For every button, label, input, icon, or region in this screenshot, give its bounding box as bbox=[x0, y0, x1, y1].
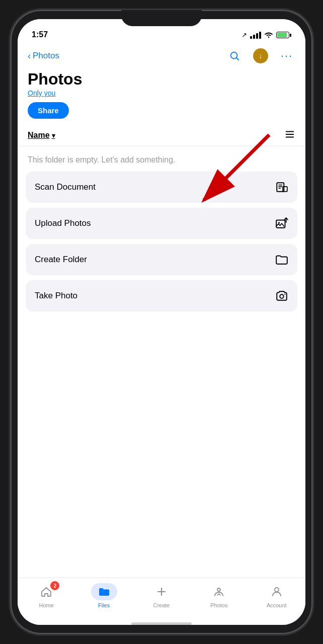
search-button[interactable] bbox=[226, 47, 243, 64]
home-tab-label: Home bbox=[39, 602, 54, 608]
location-icon: ↗ bbox=[241, 31, 247, 39]
battery-icon bbox=[276, 32, 291, 38]
svg-rect-10 bbox=[276, 220, 285, 228]
photos-tab-label: Photos bbox=[210, 602, 227, 608]
files-tab-icon-wrap bbox=[91, 583, 117, 600]
upload-photos-item[interactable]: Upload Photos bbox=[26, 208, 297, 239]
tab-create[interactable]: Create bbox=[146, 583, 177, 608]
folder-fill-icon bbox=[98, 586, 110, 598]
photos-tab-icon-wrap bbox=[206, 583, 232, 600]
scan-document-item[interactable]: Scan Document bbox=[26, 172, 297, 203]
sort-chevron-icon: ▾ bbox=[52, 132, 55, 139]
empty-message: This folder is empty. Let's add somethin… bbox=[18, 146, 305, 172]
svg-point-20 bbox=[275, 588, 279, 592]
sort-label-text: Name bbox=[28, 131, 50, 140]
wifi-icon bbox=[264, 31, 273, 39]
create-folder-label: Create Folder bbox=[35, 255, 87, 265]
home-indicator bbox=[18, 622, 305, 625]
folder-icon bbox=[275, 253, 288, 266]
svg-point-14 bbox=[284, 294, 285, 295]
account-tab-label: Account bbox=[267, 602, 287, 608]
sort-button[interactable]: Name ▾ bbox=[28, 131, 55, 140]
account-tab-icon-wrap bbox=[264, 583, 290, 600]
tab-bar: 2 Home Files bbox=[18, 578, 305, 622]
svg-line-1 bbox=[236, 58, 238, 60]
take-photo-item[interactable]: Take Photo bbox=[26, 280, 297, 311]
signal-bars-icon bbox=[250, 32, 261, 39]
camera-icon bbox=[275, 289, 288, 302]
notch bbox=[121, 10, 202, 26]
page-title: Photos bbox=[28, 70, 295, 88]
tab-account[interactable]: Account bbox=[262, 583, 292, 608]
back-label: Photos bbox=[33, 51, 59, 61]
create-tab-label: Create bbox=[153, 602, 170, 608]
list-view-icon bbox=[284, 129, 295, 140]
back-button[interactable]: ‹ Photos bbox=[28, 51, 59, 61]
search-icon bbox=[229, 50, 240, 61]
sort-bar: Name ▾ bbox=[18, 124, 305, 146]
svg-point-19 bbox=[217, 588, 220, 591]
more-button[interactable]: ··· bbox=[278, 47, 295, 64]
svg-point-13 bbox=[280, 294, 284, 298]
status-time: 1:57 bbox=[32, 30, 48, 40]
content-spacer bbox=[18, 311, 305, 412]
back-chevron-icon: ‹ bbox=[28, 51, 31, 61]
action-list: Scan Document Upload Photos bbox=[18, 172, 305, 311]
phone-screen: 1:57 ↗ bbox=[18, 19, 305, 625]
list-view-button[interactable] bbox=[284, 129, 295, 142]
more-dots-icon: ··· bbox=[281, 50, 293, 61]
scan-document-label: Scan Document bbox=[35, 182, 96, 192]
download-icon: ↓ bbox=[259, 52, 263, 60]
files-tab-label: Files bbox=[98, 602, 110, 608]
nav-bar: ‹ Photos ↓ bbox=[18, 43, 305, 68]
photos-tab-icon bbox=[213, 586, 225, 598]
phone-shell: 1:57 ↗ bbox=[11, 10, 312, 634]
take-photo-label: Take Photo bbox=[35, 291, 77, 301]
person-icon bbox=[271, 586, 283, 598]
nav-actions: ↓ ··· bbox=[226, 47, 295, 64]
upload-photos-label: Upload Photos bbox=[35, 218, 91, 228]
home-badge: 2 bbox=[50, 581, 59, 590]
create-folder-item[interactable]: Create Folder bbox=[26, 244, 297, 275]
scan-document-icon bbox=[275, 181, 288, 194]
share-button[interactable]: Share bbox=[28, 102, 69, 119]
page-header: Photos Only you Share bbox=[18, 68, 305, 124]
account-avatar-button[interactable]: ↓ bbox=[252, 47, 269, 64]
status-icons: ↗ bbox=[241, 31, 291, 40]
upload-photos-icon bbox=[275, 217, 288, 230]
create-tab-icon-wrap bbox=[148, 583, 175, 600]
tab-home[interactable]: 2 Home bbox=[31, 583, 61, 608]
plus-icon bbox=[155, 586, 168, 598]
avatar-circle: ↓ bbox=[253, 48, 268, 63]
tab-files[interactable]: Files bbox=[89, 583, 119, 608]
page-subtitle: Only you bbox=[28, 89, 295, 97]
svg-point-11 bbox=[278, 222, 280, 223]
home-tab-icon-wrap: 2 bbox=[33, 583, 59, 600]
home-bar bbox=[131, 622, 192, 625]
content-area: ‹ Photos ↓ bbox=[18, 43, 305, 578]
tab-photos[interactable]: Photos bbox=[204, 583, 234, 608]
